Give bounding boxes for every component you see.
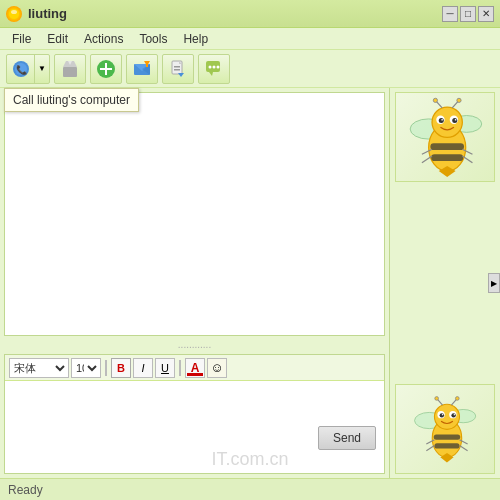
email-button[interactable]: [126, 54, 158, 84]
font-select[interactable]: 宋体: [9, 358, 69, 378]
call-button-main[interactable]: 📞: [7, 55, 35, 83]
svg-rect-29: [430, 143, 464, 150]
svg-point-34: [438, 118, 443, 123]
app-icon: [6, 6, 22, 22]
size-select[interactable]: 10: [71, 358, 101, 378]
svg-point-24: [213, 65, 216, 68]
svg-point-25: [217, 65, 220, 68]
chat-input-area: 宋体 10 B I U A: [4, 354, 385, 474]
svg-point-57: [441, 414, 442, 415]
menu-file[interactable]: File: [4, 30, 39, 48]
svg-point-60: [434, 397, 438, 401]
separator: ............: [0, 338, 389, 352]
separator-1: [105, 360, 107, 376]
maximize-btn[interactable]: □: [460, 6, 476, 22]
svg-text:📞: 📞: [15, 64, 27, 76]
text-input-wrapper: Send: [5, 381, 384, 456]
svg-point-37: [454, 119, 456, 121]
svg-rect-50: [433, 435, 460, 440]
svg-line-67: [459, 446, 467, 451]
svg-point-62: [455, 397, 459, 401]
underline-button[interactable]: U: [155, 358, 175, 378]
title-controls: ─ □ ✕: [442, 6, 494, 22]
italic-button[interactable]: I: [133, 358, 153, 378]
svg-rect-30: [431, 154, 463, 161]
chat-history[interactable]: 10. Trading trading?: [4, 92, 385, 336]
svg-rect-18: [174, 66, 180, 68]
svg-point-36: [441, 119, 443, 121]
bee-image-bottom: [395, 384, 495, 474]
svg-rect-5: [63, 67, 77, 77]
title-bar: liuting ─ □ ✕: [0, 0, 500, 28]
scroll-right-arrow[interactable]: ▶: [488, 273, 500, 293]
separator-2: [179, 360, 181, 376]
color-button[interactable]: A: [185, 358, 205, 378]
menu-bar: File Edit Actions Tools Help: [0, 28, 500, 50]
svg-point-35: [452, 118, 457, 123]
status-text: Ready: [8, 483, 43, 497]
call-button-arrow[interactable]: ▼: [35, 55, 49, 83]
window-title: liuting: [28, 6, 442, 21]
bold-button[interactable]: B: [111, 358, 131, 378]
svg-point-41: [456, 98, 460, 102]
send-area: Send: [318, 426, 376, 450]
bee-image-top: [395, 92, 495, 182]
menu-actions[interactable]: Actions: [76, 30, 131, 48]
close-btn[interactable]: ✕: [478, 6, 494, 22]
menu-tools[interactable]: Tools: [131, 30, 175, 48]
svg-point-39: [433, 98, 437, 102]
send-button[interactable]: Send: [318, 426, 376, 450]
svg-point-31: [432, 107, 462, 137]
emoji-button[interactable]: ☺: [207, 358, 227, 378]
status-bar: Ready: [0, 478, 500, 500]
minimize-btn[interactable]: ─: [442, 6, 458, 22]
svg-rect-51: [434, 443, 459, 448]
main-content: 10. Trading trading? ............ 宋体 10 …: [0, 88, 500, 478]
call-button-split[interactable]: 📞 ▼: [6, 54, 50, 84]
menu-edit[interactable]: Edit: [39, 30, 76, 48]
format-toolbar: 宋体 10 B I U A: [5, 355, 384, 381]
add-button[interactable]: [90, 54, 122, 84]
menu-help[interactable]: Help: [175, 30, 216, 48]
chat-area: 10. Trading trading? ............ 宋体 10 …: [0, 88, 390, 478]
svg-line-65: [426, 446, 434, 451]
svg-point-55: [439, 413, 443, 417]
svg-point-1: [11, 10, 17, 14]
svg-marker-20: [178, 73, 184, 77]
svg-point-58: [453, 414, 454, 415]
right-sidebar: ▶: [390, 88, 500, 478]
svg-marker-22: [209, 72, 213, 76]
svg-rect-19: [174, 69, 180, 71]
chat-button[interactable]: [198, 54, 230, 84]
svg-point-23: [209, 65, 212, 68]
contact-button[interactable]: [54, 54, 86, 84]
svg-rect-10: [100, 68, 112, 70]
transfer-button[interactable]: [162, 54, 194, 84]
toolbar: 📞 ▼: [0, 50, 500, 88]
tooltip: Call liuting's computer: [4, 88, 139, 112]
svg-point-56: [451, 413, 455, 417]
